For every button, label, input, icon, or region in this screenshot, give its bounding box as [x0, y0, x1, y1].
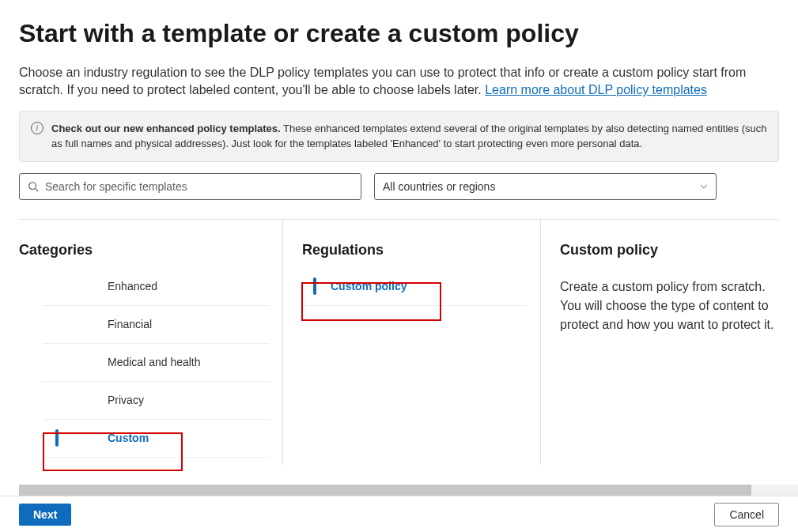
scope-select-value: All countries or regions: [383, 180, 495, 193]
regulation-item-custom-policy[interactable]: Custom policy: [302, 268, 528, 306]
footer-bar: Next Cancel: [0, 496, 798, 532]
regulations-list: Custom policy: [302, 268, 528, 306]
scope-select[interactable]: All countries or regions: [374, 173, 717, 200]
search-input[interactable]: [45, 180, 353, 193]
svg-line-1: [36, 188, 39, 191]
detail-body: Create a custom policy from scratch. You…: [560, 277, 779, 334]
categories-heading: Categories: [19, 242, 270, 258]
accent-bar: [313, 277, 316, 295]
category-label: Medical and health: [108, 356, 201, 368]
category-item-privacy[interactable]: Privacy: [43, 382, 270, 420]
chevron-down-icon: [700, 183, 708, 191]
detail-title: Custom policy: [560, 242, 779, 258]
horizontal-scrollbar[interactable]: [19, 485, 798, 496]
regulation-label: Custom policy: [331, 280, 407, 292]
category-label: Custom: [108, 432, 149, 444]
next-button[interactable]: Next: [19, 504, 71, 526]
info-banner-bold: Check out our new enhanced policy templa…: [51, 123, 281, 134]
search-icon: [28, 181, 39, 192]
info-icon: i: [31, 122, 43, 134]
category-label: Privacy: [108, 394, 144, 406]
category-item-enhanced[interactable]: Enhanced: [43, 268, 270, 306]
info-banner-text: Check out our new enhanced policy templa…: [51, 121, 767, 152]
category-item-custom[interactable]: Custom: [43, 420, 270, 458]
category-item-medical[interactable]: Medical and health: [43, 344, 270, 382]
svg-point-0: [29, 183, 36, 190]
category-item-financial[interactable]: Financial: [43, 306, 270, 344]
regulations-heading: Regulations: [302, 242, 528, 258]
category-label: Financial: [108, 318, 152, 330]
scrollbar-thumb[interactable]: [19, 485, 751, 496]
accent-bar: [55, 429, 59, 447]
categories-list: Enhanced Financial Medical and health Pr…: [19, 268, 270, 458]
search-box[interactable]: [19, 173, 361, 200]
category-label: Enhanced: [108, 280, 157, 292]
learn-more-link[interactable]: Learn more about DLP policy templates: [485, 83, 707, 96]
info-banner: i Check out our new enhanced policy temp…: [19, 111, 779, 162]
page-title: Start with a template or create a custom…: [19, 19, 779, 48]
cancel-button[interactable]: Cancel: [714, 503, 779, 526]
page-description: Choose an industry regulation to see the…: [19, 64, 779, 100]
